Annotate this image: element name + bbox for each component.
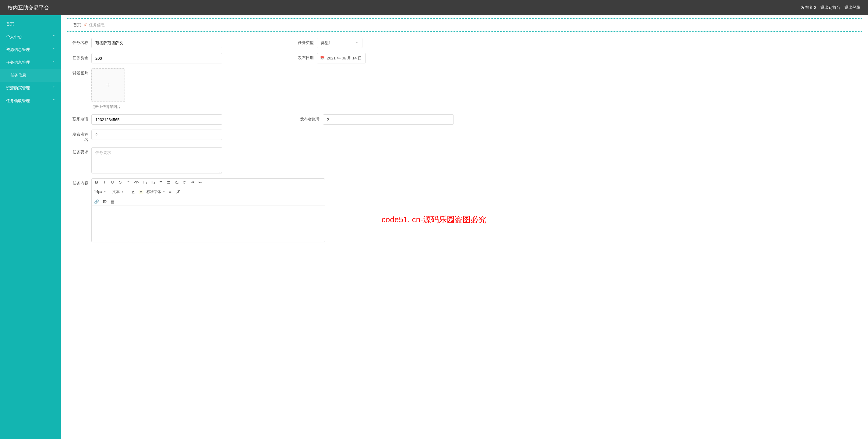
chevron-down-icon: ˅ [53,35,55,39]
bg-color-button[interactable]: A [138,189,144,194]
publisher-name-label: 发布者姓名 [70,129,88,142]
header-right-links: 发布者 2 退出到前台 退出登录 [801,5,860,10]
font-color-button[interactable]: A [131,189,135,194]
task-type-select[interactable]: 类型1 [317,38,363,48]
app-header: 校内互助交易平台 发布者 2 退出到前台 退出登录 [0,0,868,15]
app-title: 校内互助交易平台 [8,4,49,11]
sidebar-item-label: 任务领取管理 [6,98,30,104]
content-area: 首页 // 任务信息 任务名称 任务类型 类型1 任务赏金 [61,15,868,439]
table-button[interactable]: ▦ [110,199,115,204]
editor-toolbar: B I U S ❝ </> H₁ H₂ ≡ ≣ x₂ x² ⇥ [92,179,325,205]
breadcrumb-separator: // [84,23,86,27]
h2-button[interactable]: H₂ [151,180,155,184]
publish-date-input[interactable]: 📅 2021 年 06 月 14 日 [317,53,366,63]
breadcrumb-current: 任务信息 [89,23,105,27]
sidebar-subitem-3-0[interactable]: 任务信息 [0,69,61,82]
font-size-select[interactable]: 14px [94,189,109,194]
ordered-list-button[interactable]: ≡ [158,180,163,184]
h1-button[interactable]: H₁ [143,180,147,184]
chevron-down-icon: ˅ [53,48,55,52]
task-name-label: 任务名称 [70,38,88,46]
task-name-input[interactable] [91,38,222,48]
phone-input[interactable] [91,114,222,125]
link-button[interactable]: 🔗 [94,199,99,204]
publish-date-value: 2021 年 06 月 14 日 [327,56,362,61]
superscript-button[interactable]: x² [182,180,187,184]
sidebar-item-label: 资源信息管理 [6,47,30,53]
header-to-front-link[interactable]: 退出到前台 [820,5,840,10]
rich-text-editor: B I U S ❝ </> H₁ H₂ ≡ ≣ x₂ x² ⇥ [91,178,325,242]
font-family-select[interactable]: 标准字体 [147,189,165,195]
subscript-button[interactable]: x₂ [174,180,179,184]
publish-date-label: 发布日期 [296,53,314,61]
form-area: 任务名称 任务类型 类型1 任务赏金 发布日期 [61,32,868,253]
align-button[interactable]: ≡ [168,189,173,194]
sidebar-item-5[interactable]: 任务领取管理˅ [0,94,61,107]
requirement-label: 任务要求 [70,147,88,155]
sidebar-item-label: 个人中心 [6,34,22,40]
indent-button[interactable]: ⇥ [190,180,195,184]
breadcrumb: 首页 // 任务信息 [67,18,862,32]
clear-format-button[interactable]: T̸ [176,189,181,194]
sidebar-item-0[interactable]: 首页 [0,18,61,30]
underline-button[interactable]: U [110,180,115,184]
bold-button[interactable]: B [94,180,99,184]
upload-image-box[interactable]: + [91,68,125,102]
publisher-name-input[interactable] [91,129,222,140]
editor-body[interactable] [92,205,325,242]
image-button[interactable]: 🖼 [102,199,107,204]
chevron-down-icon: ˅ [53,99,55,103]
bg-image-label: 背景图片 [70,68,88,76]
chevron-up-icon: ˄ [53,61,55,65]
phone-label: 联系电话 [70,114,88,122]
publisher-acct-input[interactable] [323,114,454,125]
sidebar-item-label: 首页 [6,21,14,27]
task-type-label: 任务类型 [296,38,314,46]
upload-image-hint: 点击上传背景图片 [91,104,125,110]
sidebar-item-4[interactable]: 资源购买管理˅ [0,82,61,94]
chevron-down-icon: ˅ [53,86,55,90]
requirement-textarea[interactable] [91,147,222,173]
strike-button[interactable]: S [118,180,123,184]
outdent-button[interactable]: ⇤ [198,180,203,184]
italic-button[interactable]: I [102,180,107,184]
sidebar-item-label: 资源购买管理 [6,85,30,91]
unordered-list-button[interactable]: ≣ [166,180,171,184]
calendar-icon: 📅 [320,56,325,60]
sidebar-item-3[interactable]: 任务信息管理˄ [0,56,61,69]
content-label: 任务内容 [70,178,88,186]
quote-button[interactable]: ❝ [126,180,131,184]
sidebar-item-label: 任务信息管理 [6,60,30,65]
sidebar-item-1[interactable]: 个人中心˅ [0,30,61,43]
plus-icon: + [106,80,111,90]
sidebar-item-2[interactable]: 资源信息管理˅ [0,43,61,56]
reward-label: 任务赏金 [70,53,88,61]
task-type-value: 类型1 [321,40,331,46]
breadcrumb-home[interactable]: 首页 [73,23,81,27]
header-user[interactable]: 发布者 2 [801,5,816,10]
format-select[interactable]: 文本 [113,189,128,195]
reward-input[interactable] [91,53,222,63]
publisher-acct-label: 发布者账号 [296,114,320,122]
code-button[interactable]: </> [134,180,140,184]
sidebar: 首页个人中心˅资源信息管理˅任务信息管理˄任务信息资源购买管理˅任务领取管理˅ [0,15,61,439]
header-logout-link[interactable]: 退出登录 [844,5,860,10]
